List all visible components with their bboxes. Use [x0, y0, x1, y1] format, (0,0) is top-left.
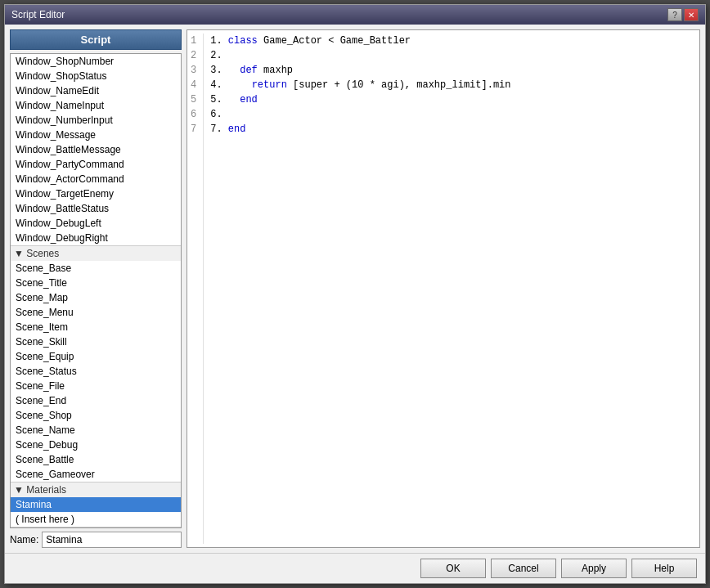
list-item[interactable]: Window_BattleMessage [11, 142, 181, 157]
list-item[interactable]: Scene_Item [11, 320, 181, 334]
list-item[interactable]: Window_TargetEnemy [11, 186, 181, 201]
ok-button[interactable]: OK [420, 559, 486, 578]
section-header: ▼ Scenes [11, 245, 181, 261]
list-item[interactable]: Window_PartyCommand [11, 157, 181, 172]
list-item[interactable]: Scene_End [11, 393, 181, 408]
script-editor-window: Script Editor ? ✕ Script Window_ShopNumb… [4, 4, 706, 584]
cancel-button[interactable]: Cancel [491, 559, 556, 578]
list-item[interactable]: Scene_Status [11, 364, 181, 379]
help-button[interactable]: Help [631, 559, 697, 578]
name-label: Name: [10, 534, 38, 545]
title-bar-left: Script Editor [11, 9, 65, 20]
list-item[interactable]: Window_BattleStatus [11, 201, 181, 216]
list-item[interactable]: Stamina [11, 497, 181, 512]
list-item[interactable]: Window_ActorCommand [11, 172, 181, 186]
line-number: 6 [191, 107, 196, 122]
line-number: 3 [191, 63, 196, 78]
list-item[interactable]: Scene_Battle [11, 452, 181, 467]
line-number: 7 [191, 122, 196, 137]
code-area[interactable]: 1234567 1. class Game_Actor < Game_Battl… [187, 30, 699, 547]
line-number: 2 [191, 48, 196, 63]
script-header: Script [10, 29, 182, 50]
right-panel: 1234567 1. class Game_Actor < Game_Battl… [186, 29, 700, 548]
list-item[interactable]: Scene_Skill [11, 334, 181, 349]
script-list[interactable]: Window_ShopNumberWindow_ShopStatusWindow… [11, 54, 181, 527]
list-item[interactable]: Window_NumberInput [11, 113, 181, 128]
list-item[interactable]: Window_NameEdit [11, 83, 181, 98]
code-line: 3. def maxhp [210, 63, 696, 78]
list-item[interactable]: Scene_File [11, 379, 181, 393]
apply-button[interactable]: Apply [561, 559, 627, 578]
name-row: Name: [10, 532, 182, 548]
list-item[interactable]: Window_Message [11, 128, 181, 142]
code-line: 2. [210, 48, 696, 63]
code-line: 7. end [210, 122, 696, 137]
list-item[interactable]: Window_ShopNumber [11, 54, 181, 69]
list-item[interactable]: Scene_Map [11, 290, 181, 305]
line-number: 5 [191, 92, 196, 107]
list-item[interactable]: Window_DebugRight [11, 231, 181, 245]
name-input[interactable] [42, 532, 182, 548]
section-header: ▼ Main Process [11, 527, 181, 527]
window-title: Script Editor [11, 9, 65, 20]
title-bar-buttons: ? ✕ [667, 8, 699, 21]
script-list-container: Window_ShopNumberWindow_ShopStatusWindow… [10, 53, 182, 528]
main-content: Script Window_ShopNumberWindow_ShopStatu… [5, 25, 705, 553]
code-content[interactable]: 1. class Game_Actor < Game_Battler2.3. d… [210, 34, 696, 544]
list-item[interactable]: Scene_Menu [11, 305, 181, 320]
title-bar: Script Editor ? ✕ [5, 5, 705, 25]
line-numbers: 1234567 [191, 34, 204, 544]
code-line: 1. class Game_Actor < Game_Battler [210, 34, 696, 48]
line-number: 4 [191, 78, 196, 92]
line-number: 1 [191, 34, 196, 48]
list-item[interactable]: Scene_Name [11, 423, 181, 438]
list-item[interactable]: Window_NameInput [11, 98, 181, 113]
code-line: 6. [210, 107, 696, 122]
list-item[interactable]: Scene_Shop [11, 408, 181, 423]
code-line: 4. return [super + (10 * agi), maxhp_lim… [210, 78, 696, 92]
section-header: ▼ Materials [11, 482, 181, 497]
help-title-button[interactable]: ? [667, 8, 682, 21]
list-item[interactable]: Scene_Debug [11, 438, 181, 452]
close-title-button[interactable]: ✕ [684, 8, 699, 21]
list-item[interactable]: Scene_Base [11, 261, 181, 276]
list-item[interactable]: Scene_Equip [11, 349, 181, 364]
list-item[interactable]: Scene_Title [11, 276, 181, 290]
code-line: 5. end [210, 92, 696, 107]
list-item[interactable]: Window_DebugLeft [11, 216, 181, 231]
list-item[interactable]: ( Insert here ) [11, 512, 181, 527]
left-panel: Script Window_ShopNumberWindow_ShopStatu… [10, 29, 182, 548]
bottom-bar: OK Cancel Apply Help [5, 553, 705, 583]
list-item[interactable]: Scene_Gameover [11, 467, 181, 482]
list-item[interactable]: Window_ShopStatus [11, 69, 181, 83]
